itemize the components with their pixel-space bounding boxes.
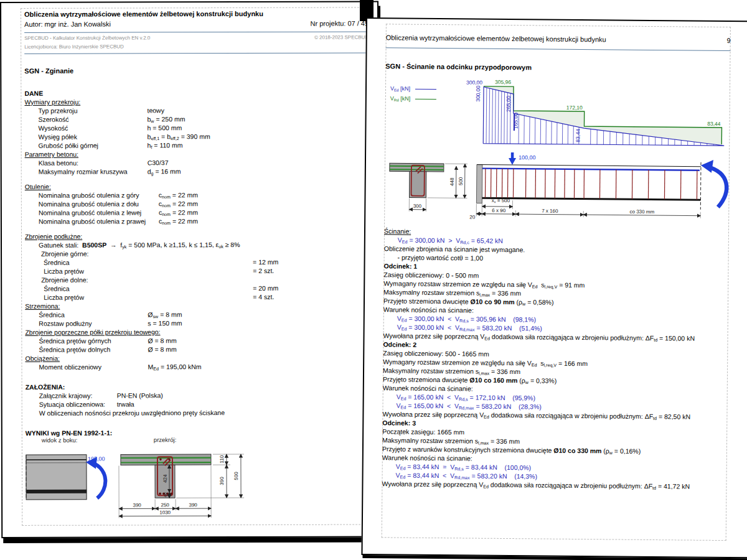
data-row: Średnica= 12 mm xyxy=(25,257,369,266)
dim-co330: co 330 mm xyxy=(629,209,654,215)
data-row: Średnica= 20 mm xyxy=(25,283,369,292)
data-row: Wysokośćh = 500 mm xyxy=(25,123,369,132)
data-row: Średnica prętów górnychØ = 8 mm xyxy=(25,335,369,345)
row-label: Maksymalny rozmiar kruszywa xyxy=(39,167,128,175)
row-value: Ø = 8 mm xyxy=(148,336,176,345)
section-heading: Zbrojenie podłużne: xyxy=(25,231,369,240)
label-ved-300-top: 300,00 xyxy=(466,79,482,85)
cross-section-caption: przekrój: xyxy=(154,436,176,443)
label-ved-165: 165,00 xyxy=(512,113,519,129)
row-value: teowy xyxy=(147,106,164,114)
row-value: s = 150 mm xyxy=(148,319,182,327)
row-label: Szerokość xyxy=(38,115,68,124)
load-value-label: 100,00 xyxy=(519,154,536,161)
row-value: = 4 szt. xyxy=(253,292,274,301)
shear-diagram: VEd [kN] VRd [kN] 300,00 305,96 300,00 2… xyxy=(382,73,743,152)
dim-250: 250 xyxy=(161,502,169,508)
row-label: Zbrojenie górne: xyxy=(41,250,89,258)
data-row: Sytuacja obliczeniowa:trwała xyxy=(26,399,370,408)
shear-calculation-text: Ścinanie:VEd = 300,00 kN > VRd,c = 65,42… xyxy=(382,226,740,491)
row-label: Rozstaw podłużny xyxy=(39,319,92,328)
label-vrd-172: 172,10 xyxy=(566,105,583,111)
data-row: Średnica prętów dolnychØ = 8 mm xyxy=(25,344,369,353)
row-value: hf = 110 mm xyxy=(148,141,183,149)
mini-t-section xyxy=(389,163,443,198)
row-value: cnom = 22 mm xyxy=(159,217,198,225)
data-row: Zbrojenie górne: xyxy=(25,248,369,258)
dim-390-left: 390 xyxy=(133,502,141,508)
dim-40: 40 xyxy=(163,492,167,497)
label-vrd-83: 83,44 xyxy=(707,121,721,127)
dim-110: 110 xyxy=(219,455,225,463)
block-gap xyxy=(26,416,370,428)
author: Autor: mgr inż. Jan Kowalski xyxy=(24,19,111,29)
header-divider xyxy=(24,31,369,32)
row-label: Grubość półki górnej xyxy=(39,141,98,150)
section-heading: Wymiary przekroju: xyxy=(24,96,369,106)
row-value: beff,1 = beff,2 = 390 mm xyxy=(148,132,210,141)
row-value: h = 500 mm xyxy=(148,123,182,132)
beam-side-view xyxy=(26,455,87,500)
row-label: Nominalna grubość otulenia z góry xyxy=(39,190,139,199)
dim-390-height: 390 xyxy=(219,477,225,485)
section-title-bending: SGN - Zginanie xyxy=(24,65,369,75)
dim-1030: 1030 xyxy=(159,510,171,515)
report-page-1[interactable]: Obliczenia wytrzymałościowe elementów że… xyxy=(0,1,380,538)
label-ved-265: 265,00 xyxy=(505,96,512,112)
row-label: Sytuacja obliczeniowa: xyxy=(39,400,105,409)
page-header-row: Obliczenia wytrzymałościowe elementów że… xyxy=(386,34,731,44)
section-heading: Otulenie: xyxy=(25,181,369,190)
row-label: Nominalna grubość otulenia z lewej xyxy=(39,208,141,217)
page-subheader-row: Autor: mgr inż. Jan Kowalski Nr projektu… xyxy=(24,18,369,29)
app-info-row: SPECBUD - Kalkulator Konstrukcji Żelbeto… xyxy=(24,34,369,41)
copyright: © 2018-2023 SPECBUD xyxy=(314,34,369,40)
data-row: Nominalna grubość otulenia z górycnom = … xyxy=(25,190,369,199)
calculation-input-data: DANEWymiary przekroju:Typ przekrojuteowy… xyxy=(24,88,369,437)
row-label: Średnica prętów górnych xyxy=(39,337,111,345)
legend-ved-label: VEd [kN] xyxy=(390,85,410,91)
dim-500-beam: 500 xyxy=(458,177,464,185)
row-label: Załącznik krajowy: xyxy=(39,391,93,400)
data-row: Maksymalny rozmiar kruszywadg = 16 mm xyxy=(25,166,369,175)
row-label: Średnica prętów dolnych xyxy=(39,345,110,354)
page-title: Obliczenia wytrzymałościowe elementów że… xyxy=(24,9,263,19)
bending-figure-svg: widok z boku: przekrój: 195,00 xyxy=(20,434,369,529)
legend-vrd-line xyxy=(415,99,436,100)
dim-6x90: 6 x 90 xyxy=(492,208,505,213)
row-label: Moment obliczeniowy xyxy=(39,363,101,371)
moment-arrow-icon xyxy=(700,160,726,207)
data-row: Wysięg półekbeff,1 = beff,2 = 390 mm xyxy=(25,131,369,141)
dim-20: 20 xyxy=(469,214,476,220)
page-header-row: Obliczenia wytrzymałościowe elementów że… xyxy=(24,8,369,19)
row-label: Zbrojenie dolne: xyxy=(41,276,88,284)
page-number: 9 xyxy=(727,37,731,44)
capacity-margin-fills xyxy=(483,86,722,145)
data-row: Nominalna grubość otulenia z dołucnom = … xyxy=(25,198,369,208)
data-row: Gatunek stali: B500SP → fyk = 500 MPa, k… xyxy=(25,240,369,249)
data-row: W obliczeniach nośności przekroju uwzglę… xyxy=(26,408,370,417)
app-info: SPECBUD - Kalkulator Konstrukcji Żelbeto… xyxy=(24,35,150,42)
report-page-9[interactable]: Obliczenia wytrzymałościowe elementów że… xyxy=(361,17,747,558)
data-row: Liczba prętów= 4 szt. xyxy=(25,292,369,301)
data-row: Nominalna grubość otulenia z prawejcnom … xyxy=(25,216,369,225)
beam-elevation-svg: 300 448 500 100,00 xyxy=(382,149,742,232)
row-value: Ø = 8 mm xyxy=(148,345,176,353)
section-heading: Parametry betonu: xyxy=(25,149,369,158)
data-row: Rozstaw podłużnys = 150 mm xyxy=(25,318,369,327)
data-row: Moment obliczeniowyMEd = 195,00 kNm xyxy=(26,362,370,371)
stirrup-lines xyxy=(485,169,697,200)
section-heading: DANE xyxy=(24,88,369,97)
row-value: cnom = 22 mm xyxy=(159,190,198,199)
row-label: Klasa betonu: xyxy=(39,159,78,167)
row-value: = 20 mm xyxy=(253,284,278,292)
row-value: bw = 250 mm xyxy=(147,114,185,123)
header-divider-2 xyxy=(24,52,369,54)
legend-vrd: VRd [kN] xyxy=(390,95,436,102)
row-value: = 12 mm xyxy=(253,258,278,266)
beam-elevation-figure: 300 448 500 100,00 xyxy=(382,149,742,232)
dim-390-right: 390 xyxy=(189,502,197,508)
data-row: Typ przekrojuteowy xyxy=(24,105,369,114)
row-value: PN-EN (Polska) xyxy=(117,391,163,399)
label-vrd-305: 305,96 xyxy=(495,79,511,85)
legend-vrd-label: VRd [kN] xyxy=(390,95,410,101)
